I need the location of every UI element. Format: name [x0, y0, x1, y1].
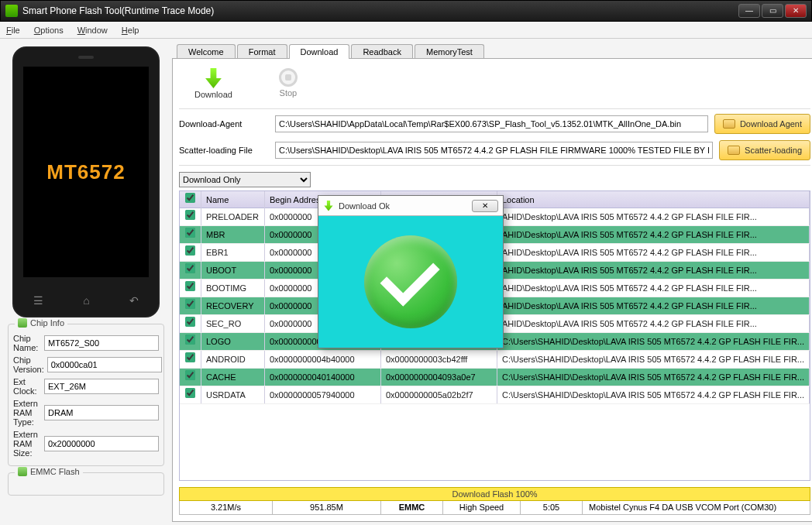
chip-label: MT6572: [46, 160, 125, 184]
row-location: AHID\Desktop\LAVA IRIS 505 MT6572 4.4.2 …: [497, 315, 810, 332]
tab-welcome[interactable]: Welcome: [177, 44, 236, 59]
maximize-button[interactable]: ▭: [762, 4, 783, 18]
scatter-file-input[interactable]: [275, 142, 713, 159]
row-begin: 0x0000000057940000: [265, 386, 381, 403]
dialog-title: Download Ok: [339, 201, 467, 211]
emmc-section: EMMC Flash: [8, 472, 164, 496]
table-row[interactable]: USRDATA0x00000000579400000x0000000005a02…: [180, 386, 810, 404]
tab-format[interactable]: Format: [237, 44, 287, 59]
row-name: EBR1: [201, 244, 265, 261]
row-checkbox[interactable]: [185, 281, 195, 291]
row-location: AHID\Desktop\LAVA IRIS 505 MT6572 4.4.2 …: [497, 262, 810, 279]
check-all[interactable]: [185, 193, 195, 203]
download-agent-button[interactable]: Download Agent: [714, 114, 810, 134]
download-arrow-icon: [323, 201, 334, 211]
progress-bar: Download Flash 100%: [179, 487, 810, 501]
ext-clock-field[interactable]: [44, 379, 159, 394]
table-row[interactable]: CACHE0x00000000401400000x0000000004093a0…: [180, 369, 810, 386]
row-end: 0x0000000005a02b2f7: [381, 386, 497, 403]
col-location[interactable]: Location: [497, 191, 810, 208]
download-button[interactable]: Download: [194, 68, 232, 99]
row-checkbox[interactable]: [185, 335, 195, 345]
folder-icon: [728, 146, 740, 155]
row-checkbox[interactable]: [185, 352, 195, 362]
row-checkbox[interactable]: [185, 317, 195, 327]
menu-options[interactable]: Options: [34, 26, 64, 35]
row-name: UBOOT: [201, 262, 265, 279]
row-location: AHID\Desktop\LAVA IRIS 505 MT6572 4.4.2 …: [497, 280, 810, 297]
table-row[interactable]: ANDROID0x0000000004b400000x0000000003cb4…: [180, 351, 810, 369]
row-checkbox[interactable]: [185, 388, 195, 398]
tab-memorytest[interactable]: MemoryTest: [415, 44, 484, 59]
row-checkbox[interactable]: [185, 228, 195, 238]
row-checkbox[interactable]: [185, 210, 195, 220]
row-name: SEC_RO: [201, 315, 265, 332]
scatter-loading-button[interactable]: Scatter-loading: [719, 140, 810, 160]
status-time: 5:05: [521, 501, 583, 514]
row-location: AHID\Desktop\LAVA IRIS 505 MT6572 4.4.2 …: [497, 208, 810, 225]
close-button[interactable]: ✕: [785, 4, 807, 18]
row-name: CACHE: [201, 369, 265, 386]
row-name: BOOTIMG: [201, 280, 265, 297]
row-location: AHID\Desktop\LAVA IRIS 505 MT6572 4.4.2 …: [497, 244, 810, 261]
col-name[interactable]: Name: [201, 191, 265, 208]
row-begin: 0x0000000004b40000: [265, 351, 381, 368]
row-begin: 0x0000000040140000: [265, 369, 381, 386]
checkmark-icon: [364, 235, 457, 328]
row-location: C:\Users\SHAHID\Desktop\LAVA IRIS 505 MT…: [497, 333, 810, 350]
chip-name-field[interactable]: [44, 335, 159, 351]
menu-window[interactable]: Window: [77, 26, 108, 35]
row-checkbox[interactable]: [185, 370, 195, 380]
titlebar: Smart Phone Flash Tool(Runtime Trace Mod…: [0, 0, 812, 22]
ram-size-field[interactable]: [44, 436, 159, 451]
stop-button[interactable]: Stop: [279, 68, 298, 99]
status-mode: High Speed: [443, 501, 521, 514]
phone-preview: BM MT6572 ☰⌂↶: [12, 46, 160, 317]
row-end: 0x0000000004093a0e7: [381, 369, 497, 386]
row-location: AHID\Desktop\LAVA IRIS 505 MT6572 4.4.2 …: [497, 297, 810, 314]
row-checkbox[interactable]: [185, 299, 195, 309]
row-name: PRELOADER: [201, 208, 265, 225]
row-checkbox[interactable]: [185, 263, 195, 273]
row-name: ANDROID: [201, 351, 265, 368]
row-name: USRDATA: [201, 386, 265, 403]
minimize-button[interactable]: —: [738, 4, 760, 18]
row-end: 0x0000000003cb42fff: [381, 351, 497, 368]
emmc-icon: [18, 467, 27, 476]
row-checkbox[interactable]: [185, 245, 195, 256]
tab-download[interactable]: Download: [289, 44, 350, 59]
status-port: Mobistel Cynus F4 DA USB VCOM Port (COM3…: [583, 501, 810, 514]
row-location: C:\Users\SHAHID\Desktop\LAVA IRIS 505 MT…: [497, 369, 810, 386]
row-name: RECOVERY: [201, 297, 265, 314]
window-title: Smart Phone Flash Tool(Runtime Trace Mod…: [22, 5, 738, 16]
dialog-close-button[interactable]: ✕: [472, 200, 498, 212]
status-cells: 3.21M/s 951.85M EMMC High Speed 5:05 Mob…: [179, 501, 810, 515]
row-name: LOGO: [201, 333, 265, 350]
row-name: MBR: [201, 226, 265, 243]
menu-file[interactable]: File: [6, 26, 20, 35]
row-location: AHID\Desktop\LAVA IRIS 505 MT6572 4.4.2 …: [497, 226, 810, 243]
ram-type-field[interactable]: [44, 405, 159, 420]
download-ok-dialog: Download Ok ✕: [318, 195, 504, 348]
download-arrow-icon: [203, 68, 223, 88]
chip-version-field[interactable]: [47, 357, 162, 372]
status-storage: EMMC: [381, 501, 443, 514]
folder-icon: [723, 119, 735, 129]
status-size: 951.85M: [273, 501, 381, 514]
menubar: File Options Window Help: [0, 22, 812, 39]
tab-readback[interactable]: Readback: [351, 44, 413, 59]
download-agent-input[interactable]: [275, 115, 708, 132]
status-speed: 3.21M/s: [180, 501, 273, 514]
menu-help[interactable]: Help: [122, 26, 139, 35]
app-icon: [5, 5, 18, 17]
tabs: Welcome Format Download Readback MemoryT…: [177, 43, 812, 58]
mode-select[interactable]: Download Only: [179, 172, 311, 187]
row-location: C:\Users\SHAHID\Desktop\LAVA IRIS 505 MT…: [497, 351, 810, 368]
chip-info-section: Chip Info Chip Name: Chip Version: Ext C…: [8, 324, 164, 466]
chip-icon: [18, 318, 27, 328]
stop-icon: [279, 68, 298, 87]
row-location: C:\Users\SHAHID\Desktop\LAVA IRIS 505 MT…: [497, 386, 810, 403]
